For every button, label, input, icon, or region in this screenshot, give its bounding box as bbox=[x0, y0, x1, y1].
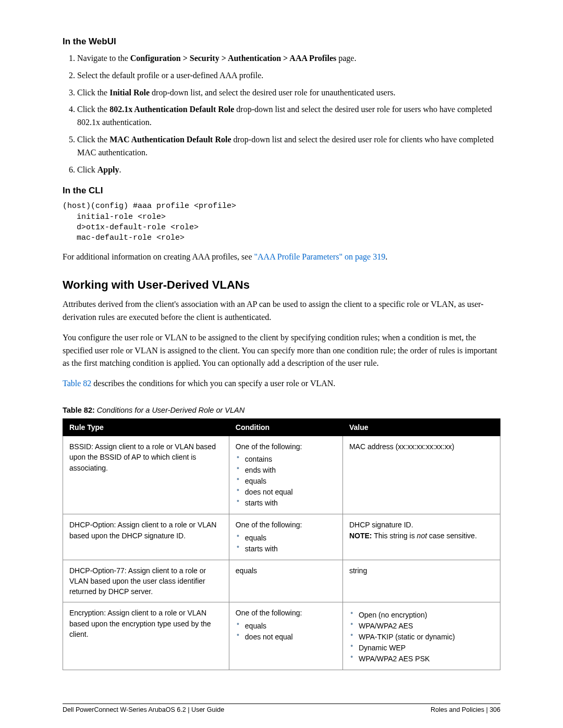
cell-condition: equals bbox=[229, 560, 342, 602]
bullet-list: Open (no encryption) WPA/WPA2 AES WPA-TK… bbox=[349, 610, 494, 664]
heading-webui: In the WebUI bbox=[63, 36, 500, 47]
cell-rule: DHCP-Option: Assign client to a role or … bbox=[63, 514, 229, 560]
table-row: BSSID: Assign client to a role or VLAN b… bbox=[63, 436, 500, 514]
list-item: equals bbox=[236, 476, 336, 487]
list-item: Navigate to the Configuration > Security… bbox=[77, 52, 500, 65]
page-footer: Dell PowerConnect W-Series ArubaOS 6.2 |… bbox=[63, 704, 500, 713]
section-name: Roles and Policies bbox=[431, 706, 484, 713]
cli-note-paragraph: For additional information on creating A… bbox=[63, 251, 500, 264]
italic-text: not bbox=[417, 532, 427, 540]
list-item: Click the Initial Role drop-down list, a… bbox=[77, 87, 500, 100]
table-caption: Table 82: Conditions for a User-Derived … bbox=[63, 406, 500, 414]
list-item: equals bbox=[236, 533, 336, 544]
section-title: Working with User-Derived VLANs bbox=[63, 278, 500, 292]
text: . bbox=[119, 165, 121, 174]
table-row: DHCP-Option-77: Assign client to a role … bbox=[63, 560, 500, 602]
product-name: Dell PowerConnect W-Series ArubaOS 6.2 bbox=[63, 706, 186, 713]
list-item: Click the MAC Authentication Default Rol… bbox=[77, 133, 500, 159]
cell-value: MAC address (xx:xx:xx:xx:xx:xx) bbox=[342, 436, 500, 514]
text: Navigate to the bbox=[77, 54, 130, 63]
list-item: Dynamic WEP bbox=[349, 643, 494, 653]
bullet-list: equals does not equal bbox=[236, 621, 336, 643]
list-item: Select the default profile or a user-def… bbox=[77, 69, 500, 82]
list-item: equals bbox=[236, 621, 336, 632]
text: For additional information on creating A… bbox=[63, 252, 254, 261]
list-item: contains bbox=[236, 454, 336, 465]
cell-condition: One of the following: equals starts with bbox=[229, 514, 342, 560]
webui-steps-list: Navigate to the Configuration > Security… bbox=[63, 52, 500, 176]
text: DHCP signature ID. bbox=[349, 520, 494, 530]
cell-condition: One of the following: equals does not eq… bbox=[229, 602, 342, 670]
conditions-table: Rule Type Condition Value BSSID: Assign … bbox=[63, 418, 500, 670]
list-item: Click the 802.1x Authentication Default … bbox=[77, 103, 500, 129]
list-item: does not equal bbox=[236, 632, 336, 643]
paragraph: You configure the user role or VLAN to b… bbox=[63, 331, 500, 370]
th-rule-type: Rule Type bbox=[63, 418, 229, 436]
cell-value: Open (no encryption) WPA/WPA2 AES WPA-TK… bbox=[342, 602, 500, 670]
text: This string is bbox=[372, 532, 417, 540]
text: . bbox=[385, 252, 387, 261]
bold-text: Initial Role bbox=[109, 88, 150, 97]
list-item: WPA/WPA2 AES PSK bbox=[349, 653, 494, 664]
list-item: WPA-TKIP (static or dynamic) bbox=[349, 632, 494, 643]
doc-type: | User Guide bbox=[186, 706, 224, 713]
table-header-row: Rule Type Condition Value bbox=[63, 418, 500, 436]
text: page. bbox=[336, 54, 356, 63]
bold-text: 802.1x Authentication Default Role bbox=[109, 105, 234, 114]
link-table-82[interactable]: Table 82 bbox=[63, 379, 91, 388]
separator: | bbox=[484, 706, 489, 713]
list-item: starts with bbox=[236, 498, 336, 509]
bold-text: Configuration > Security > Authenticatio… bbox=[130, 54, 337, 63]
bullet-list: equals starts with bbox=[236, 533, 336, 554]
cell-value: DHCP signature ID. NOTE: This string is … bbox=[342, 514, 500, 560]
text: Click the bbox=[77, 105, 109, 114]
text: describes the conditions for which you c… bbox=[91, 379, 335, 388]
footer-right: Roles and Policies | 306 bbox=[431, 706, 500, 713]
cell-condition: One of the following: contains ends with… bbox=[229, 436, 342, 514]
caption-title: Conditions for a User-Derived Role or VL… bbox=[95, 406, 244, 414]
paragraph: Table 82 describes the conditions for wh… bbox=[63, 377, 500, 390]
cli-code-block: (host)(config) #aaa profile <profile> in… bbox=[63, 201, 500, 243]
cell-rule: BSSID: Assign client to a role or VLAN b… bbox=[63, 436, 229, 514]
list-item: ends with bbox=[236, 465, 336, 476]
list-item: Open (no encryption) bbox=[349, 610, 494, 621]
th-value: Value bbox=[342, 418, 500, 436]
text: One of the following: bbox=[236, 521, 302, 529]
cell-rule: DHCP-Option-77: Assign client to a role … bbox=[63, 560, 229, 602]
text: drop-down list, and select the desired u… bbox=[150, 88, 395, 97]
th-condition: Condition bbox=[229, 418, 342, 436]
list-item: does not equal bbox=[236, 487, 336, 498]
text: Click bbox=[77, 165, 97, 174]
paragraph: Attributes derived from the client's ass… bbox=[63, 298, 500, 324]
list-item: starts with bbox=[236, 544, 336, 554]
footer-left: Dell PowerConnect W-Series ArubaOS 6.2 |… bbox=[63, 706, 224, 713]
caption-label: Table 82: bbox=[63, 406, 95, 414]
note-line: NOTE: This string is not case sensitive. bbox=[349, 530, 494, 541]
note-label: NOTE: bbox=[349, 532, 372, 540]
list-item: Click Apply. bbox=[77, 164, 500, 177]
text: case sensitive. bbox=[427, 532, 477, 540]
bold-text: MAC Authentication Default Role bbox=[109, 135, 231, 144]
list-item: WPA/WPA2 AES bbox=[349, 621, 494, 632]
text: Click the bbox=[77, 135, 109, 144]
table-row: Encryption: Assign client to a role or V… bbox=[63, 602, 500, 670]
page-number: 306 bbox=[489, 706, 500, 713]
text: One of the following: bbox=[236, 609, 302, 617]
cell-value: string bbox=[342, 560, 500, 602]
heading-cli: In the CLI bbox=[63, 186, 500, 196]
table-row: DHCP-Option: Assign client to a role or … bbox=[63, 514, 500, 560]
bullet-list: contains ends with equals does not equal… bbox=[236, 454, 336, 509]
bold-text: Apply bbox=[97, 165, 119, 174]
text: One of the following: bbox=[236, 442, 302, 451]
cell-rule: Encryption: Assign client to a role or V… bbox=[63, 602, 229, 670]
text: Click the bbox=[77, 88, 109, 97]
link-aaa-profile-parameters[interactable]: "AAA Profile Parameters" on page 319 bbox=[254, 252, 385, 261]
